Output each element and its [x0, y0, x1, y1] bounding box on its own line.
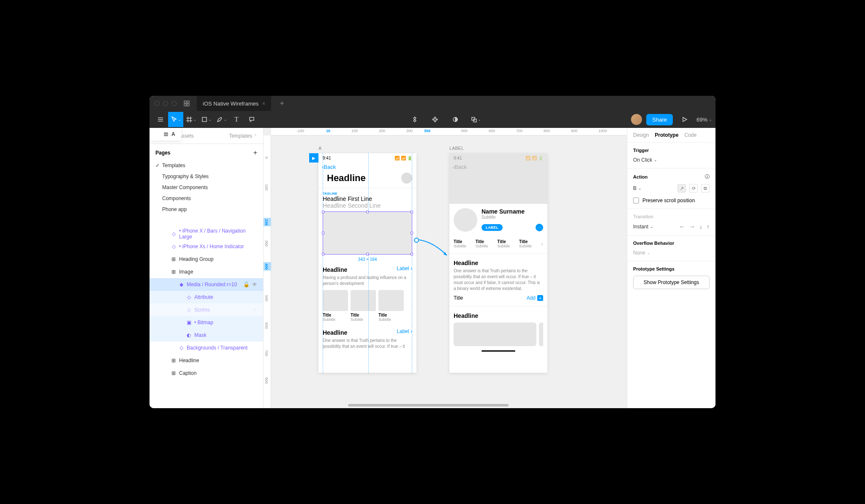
comment-tool[interactable] — [244, 112, 259, 127]
prototype-start-icon[interactable]: ▶ — [309, 153, 318, 163]
layer-mask[interactable]: ◐Mask — [150, 329, 263, 341]
transition-dropdown[interactable]: Instant⌄ — [633, 224, 653, 230]
svg-rect-2 — [184, 104, 186, 106]
frame-b-label: LABEL — [449, 146, 464, 151]
frame-tool[interactable]: ⌄ — [183, 112, 199, 127]
user-avatar[interactable] — [631, 114, 642, 125]
app-window: iOS Native Wireframes × + ⌄ ⌄ ⌄ ⌄ T ⌄ Sh… — [150, 96, 715, 408]
horizontal-scrollbar[interactable] — [348, 404, 509, 406]
titlebar: iOS Native Wireframes × + — [150, 96, 715, 111]
tab-templates[interactable]: Templates ⌃ — [229, 133, 257, 139]
add-page-button[interactable]: + — [253, 149, 257, 157]
diamond-icon: ◇ — [178, 345, 184, 351]
home-indicator — [481, 350, 515, 352]
prototype-connector-node[interactable] — [414, 238, 419, 243]
group-icon: ⊞ — [171, 256, 177, 262]
tab-design[interactable]: Design — [633, 132, 649, 138]
transition-label: Transition — [633, 214, 710, 219]
main-area: Layers Assets Templates ⌃ Pages + Templa… — [150, 128, 715, 408]
navigate-icon[interactable]: ↗ — [677, 184, 686, 192]
layer-caption[interactable]: ⊞Caption — [150, 367, 263, 379]
section-headline: Headline — [323, 262, 351, 275]
text-tool[interactable]: T — [229, 112, 244, 127]
card-row: TitleSubtitle TitleSubtitle TitleSubtitl… — [318, 287, 416, 325]
union-tool[interactable] — [429, 112, 441, 127]
status-bar: 9:41📶 📶 🔋 — [318, 153, 416, 163]
preserve-scroll-checkbox[interactable] — [633, 198, 639, 203]
frame-icon — [163, 131, 169, 137]
right-panel-tabs: Design Prototype Code — [627, 128, 715, 143]
frame-layer[interactable]: A — [150, 128, 181, 141]
page-item-templates[interactable]: Templates — [150, 160, 263, 171]
layer-image[interactable]: ⊞Image — [150, 266, 263, 278]
headline-second: Headline Second Line — [318, 202, 416, 209]
image-icon: ▣ — [186, 320, 192, 325]
layer-headline[interactable]: ⊞Headline — [150, 354, 263, 367]
overlay-icon[interactable]: ⧉ — [701, 184, 710, 192]
direction-arrows[interactable]: ←→↓↑ — [679, 223, 710, 230]
horizontal-ruler: -100 16 100 200 300 359 500 600 700 800 … — [271, 128, 627, 135]
present-button[interactable] — [677, 112, 692, 127]
group-icon: ⊞ — [171, 358, 177, 363]
back-button: ‹ Back — [318, 163, 416, 171]
mask-tool[interactable] — [449, 112, 461, 127]
trigger-label: Trigger — [633, 148, 710, 153]
layer-bitmap[interactable]: ▣• Bitmap — [150, 316, 263, 329]
boolean-tool[interactable]: ⌄ — [470, 112, 481, 127]
stats-row: TitleSubtitle TitleSubtitle TitleSubtitl… — [449, 236, 547, 252]
label-pill: LABEL — [481, 224, 503, 231]
prototype-arrow — [416, 238, 450, 259]
profile-subtitle: Subtitle — [481, 215, 543, 219]
move-tool[interactable]: ⌄ — [168, 112, 183, 127]
page-item-typography[interactable]: Typography & Styles — [150, 171, 263, 182]
frame-b[interactable]: LABEL 9:41📶 📶 🔋 ‹ Back Name Surname Subt… — [449, 153, 547, 373]
layer-attribute[interactable]: ◇Attribute — [150, 291, 263, 303]
layer-backgrounds[interactable]: ◇Backgrounds / Transparent — [150, 341, 263, 354]
layer-nav[interactable]: ◇• iPhone X / Bars / Navigation Large — [150, 228, 263, 240]
shape-tool[interactable]: ⌄ — [199, 112, 214, 127]
traffic-lights[interactable] — [155, 101, 177, 106]
trigger-dropdown[interactable]: On Click⌄ — [633, 157, 710, 163]
swap-icon[interactable]: ⟳ — [689, 184, 698, 192]
zoom-control[interactable]: 69%⌄ — [696, 117, 712, 123]
document-tab[interactable]: iOS Native Wireframes × — [197, 96, 271, 111]
close-icon[interactable]: × — [262, 100, 265, 107]
page-item-master[interactable]: Master Components — [150, 182, 263, 193]
page-item-phone[interactable]: Phone app — [150, 204, 263, 215]
profile-name: Name Surname — [481, 208, 543, 215]
page-item-components[interactable]: Components — [150, 193, 263, 204]
grid-icon[interactable] — [183, 100, 190, 107]
hidden-icon[interactable]: ⟋ — [252, 307, 257, 313]
share-button[interactable]: Share — [646, 114, 673, 125]
component-tool[interactable] — [409, 112, 421, 127]
frame-a[interactable]: ▶ A 9:41📶 📶 🔋 ‹ Back Headline TAGLINE He… — [318, 153, 416, 373]
show-prototype-settings-button[interactable]: Show Prototype Settings — [633, 276, 710, 289]
svg-rect-1 — [187, 101, 189, 103]
diamond-icon: ◇ — [171, 231, 177, 237]
left-panel: Layers Assets Templates ⌃ Pages + Templa… — [150, 128, 264, 408]
vertical-ruler: 0 100 236 300 400 500 600 700 800 — [264, 135, 271, 408]
avatar-circle — [401, 173, 412, 184]
overflow-dropdown[interactable]: None⌄ — [633, 250, 710, 256]
tab-code[interactable]: Code — [684, 132, 696, 138]
unlock-icon[interactable]: 🔓 — [243, 282, 250, 287]
layer-scrims[interactable]: ◇Scrims⟋ — [150, 303, 263, 316]
help-icon[interactable]: ⓘ — [705, 173, 710, 180]
action-target-dropdown[interactable]: B⌄ — [633, 185, 642, 191]
visibility-icon[interactable]: 👁 — [252, 282, 257, 287]
group-icon: ⊞ — [171, 370, 177, 376]
pen-tool[interactable]: ⌄ — [214, 112, 229, 127]
svg-rect-0 — [184, 101, 186, 103]
layer-home-indicator[interactable]: ◇• iPhone Xs / Home Indicator — [150, 240, 263, 253]
selection-dimensions: 343 × 164 — [358, 257, 377, 262]
layer-heading-group[interactable]: ⊞Heading Group — [150, 253, 263, 266]
body-text: Having a profound and lasting influence … — [318, 275, 416, 287]
overflow-label: Overflow Behavior — [633, 241, 710, 246]
menu-button[interactable] — [153, 112, 168, 127]
selected-media[interactable]: 343 × 164 — [323, 211, 412, 255]
new-tab-button[interactable]: + — [275, 99, 289, 108]
canvas[interactable]: -100 16 100 200 300 359 500 600 700 800 … — [264, 128, 627, 408]
tab-prototype[interactable]: Prototype — [655, 132, 678, 138]
layer-media-selected[interactable]: ◆Media / Rounded r=10🔓👁 — [150, 278, 263, 291]
prototype-settings-label: Prototype Settings — [633, 266, 710, 271]
